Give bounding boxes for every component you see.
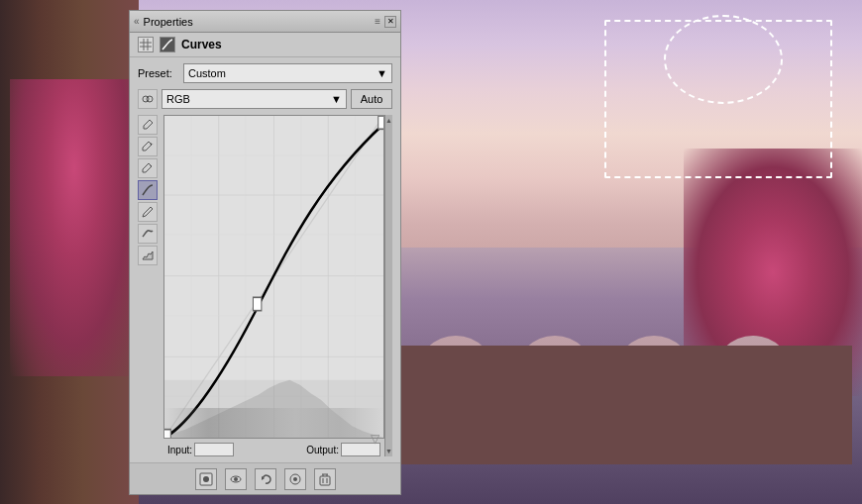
svg-point-5 <box>147 96 153 102</box>
panel-menu-icon[interactable]: ≡ <box>375 16 380 27</box>
output-label: Output: <box>306 445 339 455</box>
panel-title: Properties <box>144 16 193 28</box>
eyedropper-tool[interactable] <box>138 115 158 135</box>
graph-area: ▽ Input: Output: <box>163 115 384 456</box>
input-group: Input: <box>167 443 234 456</box>
remove-sample-tool[interactable]: - <box>138 158 158 178</box>
histogram-tool[interactable] <box>138 246 158 265</box>
panel-title-area: « Properties <box>134 16 193 28</box>
bridge <box>396 266 852 464</box>
preset-dropdown-arrow: ▼ <box>377 67 387 79</box>
panel-collapse-icon[interactable]: « <box>134 16 140 27</box>
preset-value: Custom <box>188 67 226 79</box>
channel-row: RGB ▼ Auto <box>138 89 392 109</box>
input-field[interactable] <box>194 443 234 456</box>
panel-header: Curves <box>130 33 400 57</box>
panel-content: Preset: Custom ▼ RGB ▼ Auto <box>130 57 400 462</box>
svg-rect-29 <box>203 476 209 482</box>
svg-point-34 <box>293 477 297 481</box>
pencil-tool[interactable] <box>138 202 158 222</box>
curves-area: + - <box>138 115 392 456</box>
channel-value: RGB <box>166 93 190 105</box>
toggle-visibility-button[interactable] <box>284 468 306 490</box>
panel-titlebar: « Properties ≡ ✕ <box>130 11 400 33</box>
delete-button[interactable] <box>314 468 336 490</box>
panel-scrollbar[interactable]: ▲ ▼ <box>384 115 392 456</box>
scroll-down-arrow[interactable]: ▼ <box>385 448 392 454</box>
output-triangle: ▽ <box>371 432 379 446</box>
preset-dropdown[interactable]: Custom ▼ <box>183 63 392 83</box>
panel-close-button[interactable]: ✕ <box>384 16 396 28</box>
preset-label: Preset: <box>138 67 179 79</box>
channel-tool-icon[interactable] <box>138 89 158 109</box>
curves-graph[interactable]: ▽ <box>163 115 384 439</box>
curve-edit-tool[interactable] <box>138 180 158 200</box>
bridge-body <box>396 346 852 464</box>
smooth-tool[interactable] <box>138 224 158 244</box>
add-mask-button[interactable] <box>195 468 217 490</box>
scroll-up-arrow[interactable]: ▲ <box>385 117 392 124</box>
eye-visibility-button[interactable] <box>225 468 247 490</box>
properties-panel: « Properties ≡ ✕ Curves <box>129 10 401 495</box>
svg-text:+: + <box>150 141 154 147</box>
add-sample-tool[interactable]: + <box>138 137 158 156</box>
svg-marker-8 <box>143 252 153 259</box>
svg-rect-35 <box>320 476 330 485</box>
channel-dropdown[interactable]: RGB ▼ <box>162 89 347 109</box>
panel-type-icon <box>160 37 175 52</box>
panel-titlebar-controls: ≡ ✕ <box>375 16 396 28</box>
panel-section-title: Curves <box>181 38 222 51</box>
cloud-selection <box>664 15 783 104</box>
output-group: Output: <box>306 443 380 456</box>
histogram-bar <box>164 408 383 438</box>
auto-button[interactable]: Auto <box>351 89 392 109</box>
tools-column: + - <box>138 115 160 456</box>
input-label: Input: <box>167 445 192 455</box>
svg-point-31 <box>234 477 238 481</box>
preset-row: Preset: Custom ▼ <box>138 63 392 83</box>
svg-rect-26 <box>378 116 383 129</box>
channel-dropdown-arrow: ▼ <box>331 93 342 105</box>
svg-text:-: - <box>150 162 152 168</box>
graph-with-scroll: ▽ Input: Output: <box>163 115 392 456</box>
panel-footer <box>130 462 400 494</box>
input-output-row: Input: Output: <box>163 443 384 456</box>
cherry-blossoms-left <box>10 79 139 376</box>
curves-grid-icon <box>138 37 154 52</box>
svg-rect-25 <box>253 297 261 310</box>
reset-button[interactable] <box>255 468 276 490</box>
